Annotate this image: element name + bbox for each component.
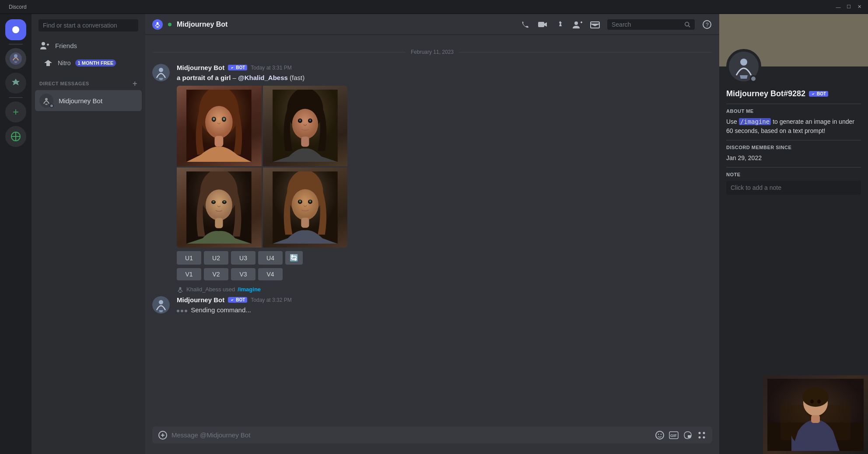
- profile-divider-1: [726, 104, 861, 104]
- variation-3-button[interactable]: V3: [231, 268, 256, 280]
- about-me-highlight: /imagine: [739, 118, 771, 125]
- image-cell-3[interactable]: [177, 168, 262, 248]
- svg-point-24: [213, 118, 215, 120]
- svg-point-2: [14, 54, 18, 58]
- phone-button[interactable]: [520, 19, 530, 30]
- nitro-icon: [43, 58, 53, 68]
- chat-messages[interactable]: February 11, 2023 Midjourney Bot: [145, 35, 719, 426]
- svg-point-49: [299, 200, 301, 203]
- message-group-2: Midjourney Bot BOT Today at 3:32 PM: [145, 294, 719, 316]
- bot-badge-text: BOT: [236, 65, 245, 70]
- nitro-nav-item[interactable]: Nitro 1 MONTH FREE: [38, 54, 138, 72]
- note-title: NOTE: [726, 172, 861, 177]
- svg-rect-51: [301, 217, 309, 227]
- server-icon-home[interactable]: [5, 19, 26, 40]
- maximize-button[interactable]: ☐: [845, 3, 852, 10]
- upscale-2-button[interactable]: U2: [204, 251, 228, 265]
- emoji-button[interactable]: [654, 430, 665, 440]
- add-dm-button[interactable]: +: [133, 80, 137, 87]
- variation-2-button[interactable]: V2: [204, 268, 228, 280]
- message-input[interactable]: [172, 426, 651, 444]
- server-icon-openai[interactable]: [5, 73, 26, 94]
- dm-item-midjourney-bot[interactable]: Midjourney Bot: [35, 90, 142, 111]
- svg-point-61: [699, 432, 701, 434]
- svg-point-58: [661, 433, 662, 434]
- help-button[interactable]: ?: [702, 19, 712, 30]
- used-command-link[interactable]: /imagine: [238, 286, 261, 293]
- explore-button[interactable]: [5, 126, 26, 147]
- svg-point-50: [309, 200, 311, 203]
- svg-rect-72: [811, 415, 820, 423]
- svg-point-62: [703, 432, 705, 434]
- app-title: Discord: [9, 4, 27, 10]
- chat-header-bot-icon: [152, 19, 163, 30]
- sticker-button[interactable]: [682, 430, 693, 440]
- svg-text:GIF: GIF: [670, 433, 677, 438]
- action-buttons-row1: U1 U2 U3 U4 🔄: [177, 251, 712, 265]
- add-server-button[interactable]: +: [5, 101, 26, 122]
- dm-status-indicator: [49, 104, 54, 108]
- image-grid[interactable]: [177, 86, 347, 248]
- server-icon-ai[interactable]: [5, 48, 26, 69]
- message-content-1: Midjourney Bot BOT Today at 3:31 PM a po…: [177, 64, 712, 280]
- search-input-header[interactable]: [612, 21, 681, 28]
- friends-nav-item[interactable]: Friends: [35, 37, 142, 54]
- used-command: Khalid_Abess used /imagine: [145, 284, 719, 294]
- search-box[interactable]: [607, 19, 695, 30]
- svg-point-57: [658, 433, 659, 434]
- portrait-3: [177, 168, 262, 248]
- svg-point-5: [42, 42, 45, 45]
- search-input[interactable]: [38, 19, 138, 31]
- portrait-4: [263, 168, 348, 248]
- note-box[interactable]: Click to add a note: [726, 181, 861, 195]
- svg-line-14: [689, 25, 690, 27]
- svg-point-30: [292, 109, 318, 139]
- svg-point-63: [699, 436, 701, 438]
- svg-point-54: [159, 300, 163, 304]
- image-cell-2[interactable]: [263, 86, 348, 166]
- profile-divider-3: [726, 167, 861, 168]
- message-group-1: Midjourney Bot BOT Today at 3:31 PM a po…: [145, 62, 719, 282]
- dm-nav: Friends Nitro 1 MONTH FREE: [32, 35, 145, 73]
- refresh-button[interactable]: 🔄: [285, 251, 303, 265]
- friends-icon: [39, 40, 50, 51]
- dm-sidebar: Friends Nitro 1 MONTH FREE DIRECT MESSAG…: [32, 14, 145, 454]
- svg-point-21: [205, 106, 233, 138]
- minimize-button[interactable]: —: [835, 3, 842, 10]
- image-cell-4[interactable]: [263, 168, 348, 248]
- svg-point-13: [685, 22, 689, 26]
- chat-header: Midjourney Bot: [145, 14, 719, 35]
- svg-point-74: [817, 399, 821, 403]
- message-input-area: GIF: [145, 426, 719, 454]
- variation-1-button[interactable]: V1: [177, 268, 201, 280]
- server-sidebar: +: [0, 14, 32, 454]
- profile-panel: Midjourney Bot#9282 BOT ABOUT ME Use /im…: [719, 14, 868, 454]
- upscale-3-button[interactable]: U3: [231, 251, 256, 265]
- search-bar[interactable]: [32, 14, 145, 35]
- apps-button[interactable]: [696, 430, 707, 440]
- svg-rect-43: [215, 218, 223, 228]
- svg-point-11: [574, 21, 578, 25]
- gif-button[interactable]: GIF: [668, 430, 679, 440]
- close-button[interactable]: ✕: [856, 3, 863, 10]
- upscale-1-button[interactable]: U1: [177, 251, 201, 265]
- video-button[interactable]: [537, 19, 548, 30]
- variation-4-button[interactable]: V4: [258, 268, 283, 280]
- sending-message: Sending command...: [177, 305, 712, 314]
- svg-point-56: [656, 431, 664, 439]
- add-member-button[interactable]: [572, 19, 583, 30]
- profile-bot-text: BOT: [817, 91, 826, 96]
- upscale-4-button[interactable]: U4: [258, 251, 283, 265]
- add-attachment-button[interactable]: [158, 430, 168, 440]
- svg-point-25: [223, 118, 225, 120]
- pin-button[interactable]: [555, 19, 565, 30]
- message-text-1: a portrait of a girl – @Khalid_Abess (fa…: [177, 73, 712, 82]
- action-buttons-row2: V1 V2 V3 V4: [177, 268, 712, 280]
- svg-rect-9: [538, 22, 544, 27]
- portrait-1: [177, 86, 262, 166]
- svg-point-42: [224, 201, 226, 203]
- image-cell-1[interactable]: [177, 86, 262, 166]
- profile-name: Midjourney Bot#9282: [726, 89, 805, 98]
- message-time-2: Today at 3:32 PM: [251, 297, 291, 303]
- inbox-button[interactable]: [590, 19, 600, 30]
